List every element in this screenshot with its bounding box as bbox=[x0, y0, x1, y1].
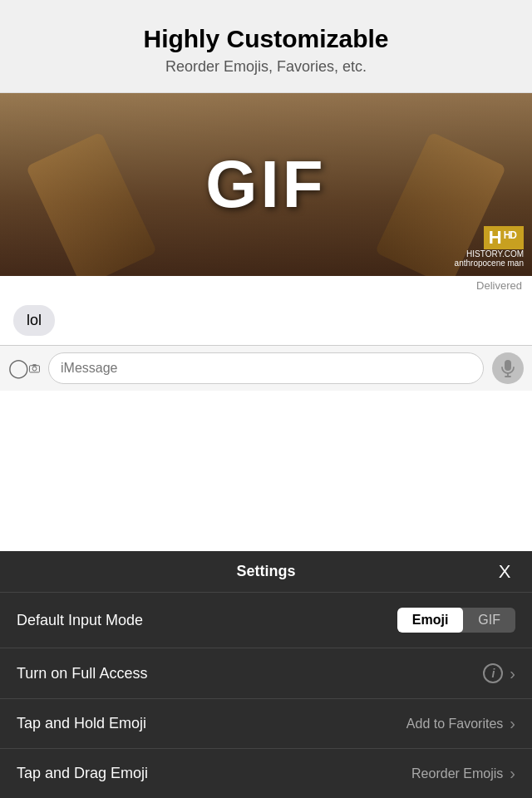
input-mode-label: Default Input Mode bbox=[17, 612, 143, 629]
settings-panel: Settings X Default Input Mode Emoji GIF … bbox=[0, 551, 532, 798]
history-com: HISTORY.COM bbox=[455, 249, 524, 259]
camera-svg-icon bbox=[29, 360, 40, 377]
tap-hold-chevron: › bbox=[510, 714, 515, 733]
input-mode-segmented[interactable]: Emoji GIF bbox=[397, 608, 515, 633]
settings-row-full-access[interactable]: Turn on Full Access i › bbox=[0, 648, 532, 699]
page-header: Highly Customizable Reorder Emojis, Favo… bbox=[0, 0, 532, 93]
full-access-chevron: › bbox=[510, 664, 515, 683]
info-icon[interactable]: i bbox=[483, 663, 503, 683]
gif-display: GIF HHD HISTORY.COM anthropocene man bbox=[0, 93, 532, 276]
settings-close-button[interactable]: X bbox=[492, 559, 517, 584]
chat-area: lol bbox=[0, 295, 532, 345]
page-subtitle: Reorder Emojis, Favories, etc. bbox=[17, 58, 515, 76]
tap-hold-label: Tap and Hold Emoji bbox=[17, 715, 146, 732]
page-title: Highly Customizable bbox=[17, 25, 515, 53]
settings-row-tap-drag[interactable]: Tap and Drag Emoji Reorder Emojis › bbox=[0, 749, 532, 798]
settings-row-tap-hold[interactable]: Tap and Hold Emoji Add to Favorites › bbox=[0, 699, 532, 749]
camera-icon: ◯ bbox=[8, 357, 29, 379]
mic-button[interactable] bbox=[492, 352, 524, 384]
settings-row-input-mode[interactable]: Default Input Mode Emoji GIF bbox=[0, 593, 532, 648]
tap-drag-label: Tap and Drag Emoji bbox=[17, 765, 148, 782]
chat-bubble: lol bbox=[13, 305, 55, 336]
settings-header: Settings X bbox=[0, 551, 532, 593]
svg-rect-3 bbox=[505, 360, 511, 371]
tap-drag-value: Reorder Emojis bbox=[411, 766, 503, 781]
full-access-controls: i › bbox=[483, 663, 515, 683]
history-hd: HD bbox=[501, 229, 519, 242]
input-mode-control-container: Emoji GIF bbox=[397, 608, 515, 633]
svg-rect-2 bbox=[32, 364, 36, 366]
history-badge: HHD HISTORY.COM anthropocene man bbox=[455, 226, 524, 268]
tap-drag-controls: Reorder Emojis › bbox=[411, 764, 515, 783]
anthropocene-label: anthropocene man bbox=[455, 259, 524, 268]
tap-hold-controls: Add to Favorites › bbox=[406, 714, 515, 733]
message-input-bar: ◯ bbox=[0, 345, 532, 391]
full-access-label: Turn on Full Access bbox=[17, 665, 147, 682]
mic-svg-icon bbox=[501, 359, 515, 377]
tap-hold-value: Add to Favorites bbox=[406, 717, 504, 732]
seg-gif[interactable]: GIF bbox=[463, 608, 515, 633]
gif-text-label: GIF bbox=[205, 146, 326, 223]
delivered-status: Delivered bbox=[0, 276, 532, 295]
history-logo: HHD bbox=[484, 226, 524, 249]
message-text-input[interactable] bbox=[48, 352, 484, 384]
svg-point-1 bbox=[32, 367, 37, 371]
seg-emoji[interactable]: Emoji bbox=[397, 608, 464, 633]
tap-drag-chevron: › bbox=[510, 764, 515, 783]
settings-title: Settings bbox=[236, 563, 295, 580]
camera-button[interactable]: ◯ bbox=[8, 352, 40, 384]
